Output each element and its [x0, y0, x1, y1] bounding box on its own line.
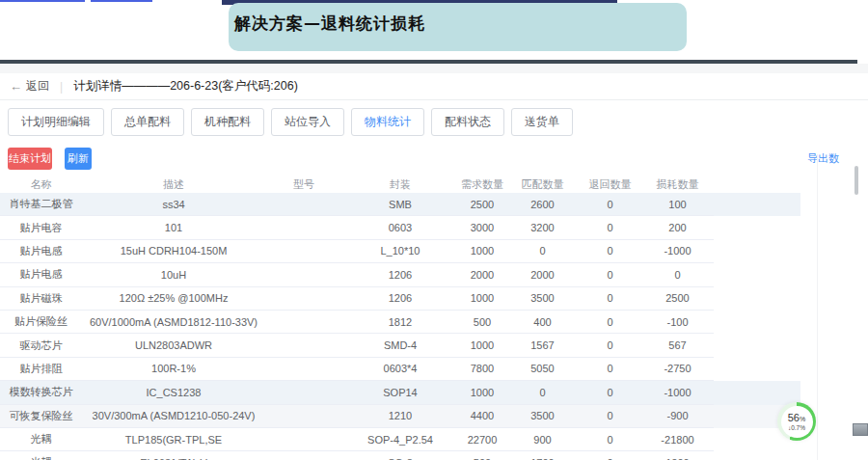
table-row[interactable]: 贴片保险丝60V/1000mA (ASMD1812-110-33V)181250…	[0, 311, 800, 334]
table-cell-matched: 3500	[506, 292, 579, 304]
export-data-link[interactable]: 导出数	[807, 151, 839, 166]
breadcrumb: ← 返回 | 计划详情————206-6-23(客户代码:206)	[0, 73, 868, 100]
tab-bar: 计划明细编辑总单配料机种配料站位导入物料统计配料状态送货单	[0, 100, 868, 141]
tab-item-0[interactable]: 计划明细编辑	[8, 108, 104, 136]
scrollbar-corner[interactable]	[853, 423, 868, 436]
table-cell-loss: -1000	[641, 245, 714, 257]
tab-item-2[interactable]: 机种配料	[191, 108, 264, 136]
column-header: 名称	[0, 177, 82, 192]
table-cell-package: 0603*4	[342, 363, 458, 374]
table-row[interactable]: 贴片电感15uH CDRH104-150ML_10*10100000-1000	[0, 240, 800, 263]
table-row[interactable]: 模数转换芯片IC_CS1238SOP14100000-1000	[0, 381, 800, 404]
table-cell-returned: 0	[579, 410, 641, 421]
table-cell-package: 1210	[342, 410, 458, 421]
table-cell-returned: 0	[579, 339, 641, 351]
table-row[interactable]: 驱动芯片ULN2803ADWRSMD-4100015670567	[0, 334, 800, 357]
table-cell-desc: TLP185(GR-TPL,SE	[82, 434, 265, 446]
table-cell-demand: 7800	[458, 363, 506, 374]
table-cell-returned: 0	[579, 316, 641, 328]
table-cell-desc: 120Ω ±25% @100MHz	[82, 292, 265, 304]
table-cell-package: L_10*10	[342, 245, 458, 257]
table-cell-demand: 1000	[458, 245, 506, 257]
table-cell-name: 贴片磁珠	[0, 291, 82, 306]
table-cell-package: 1206	[342, 292, 458, 304]
table-cell-name: 模数转换芯片	[0, 385, 82, 399]
table-cell-package: SMD-4	[342, 339, 458, 351]
table-row[interactable]: 肖特基二极管ss34SMB250026000100	[0, 193, 800, 216]
table-cell-matched: 900	[506, 434, 579, 446]
table-cell-name: 可恢复保险丝	[0, 409, 82, 423]
table-cell-returned: 0	[579, 222, 641, 233]
column-header: 损耗数量	[641, 177, 714, 192]
table-cell-name: 贴片电容	[0, 221, 82, 235]
table-cell-desc: 100R-1%	[82, 363, 265, 374]
table-cell-returned: 0	[579, 245, 641, 257]
table-row[interactable]: 贴片排阻100R-1%0603*4780050500-2750	[0, 358, 800, 381]
slide-title-box: 解决方案—退料统计损耗	[229, 3, 687, 51]
table-cell-package: 1206	[342, 269, 458, 281]
breadcrumb-separator: |	[60, 80, 63, 94]
table-cell-loss: -1000	[641, 387, 714, 398]
table-row[interactable]: 光耦TLP185(GR-TPL,SESOP-4_P2.54227009000-2…	[0, 428, 800, 451]
column-header: 需求数量	[458, 177, 506, 192]
refresh-button[interactable]: 刷新	[65, 148, 92, 170]
table-cell-matched: 400	[506, 316, 579, 328]
table-cell-desc: ss34	[82, 199, 265, 210]
table-cell-desc: 30V/300mA (ASMD1210-050-24V)	[82, 410, 265, 421]
column-header: 封装	[342, 177, 458, 192]
table-cell-desc: 60V/1000mA (ASMD1812-110-33V)	[82, 316, 265, 328]
table-cell-matched: 0	[506, 245, 579, 257]
table-cell-demand: 22700	[458, 434, 506, 446]
table-cell-demand: 2500	[458, 199, 506, 210]
column-header: 描述	[82, 177, 265, 192]
column-header: 退回数量	[579, 177, 641, 192]
table-cell-loss: 200	[641, 222, 714, 233]
table-cell-matched: 2000	[506, 269, 579, 281]
table-row[interactable]: 贴片磁珠120Ω ±25% @100MHz12061000350002500	[0, 287, 800, 311]
back-button[interactable]: 返回	[26, 78, 49, 95]
table-cell-name: 驱动芯片	[0, 338, 82, 353]
table-cell-demand: 1000	[458, 387, 506, 398]
table-cell-loss: -100	[641, 316, 714, 328]
table-cell-demand: 4400	[458, 410, 506, 421]
table-cell-package: 0603	[342, 222, 458, 233]
table-row[interactable]: 贴片电感10uH12062000200000	[0, 263, 800, 286]
table-cell-package: SOP14	[342, 387, 458, 398]
table-cell-package: SMB	[342, 199, 458, 210]
table-body: 肖特基二极管ss34SMB250026000100贴片电容10106033000…	[0, 193, 868, 460]
table-cell-name: 贴片排阻	[0, 362, 82, 376]
progress-inner: 56% ↓0.7%	[781, 406, 813, 438]
table-cell-name: 光耦	[0, 432, 82, 446]
tab-item-4[interactable]: 物料统计	[351, 108, 424, 136]
table-cell-desc: 101	[82, 222, 265, 233]
table-cell-returned: 0	[579, 434, 641, 446]
tab-item-6[interactable]: 送货单	[511, 108, 573, 136]
table-cell-matched: 2600	[506, 199, 579, 210]
table-cell-desc: 10uH	[82, 269, 265, 281]
tab-item-5[interactable]: 配料状态	[431, 108, 504, 136]
browser-top-line-left	[0, 0, 85, 2]
vertical-scrollbar[interactable]	[854, 166, 858, 195]
table-row[interactable]: 贴片电容1010603300032000200	[0, 216, 800, 239]
table-row[interactable]: 光耦EL0631(TA)-VSO-8500170001200	[0, 451, 800, 460]
table-cell-returned: 0	[579, 387, 641, 398]
slide-title: 解决方案—退料统计损耗	[234, 13, 687, 35]
end-plan-button[interactable]: 结束计划	[8, 148, 52, 170]
table-cell-demand: 3000	[458, 222, 506, 233]
tab-item-3[interactable]: 站位导入	[271, 108, 344, 136]
tab-item-1[interactable]: 总单配料	[111, 108, 184, 136]
table-cell-loss: -2750	[641, 363, 714, 374]
table-cell-demand: 1000	[458, 339, 506, 351]
content-right-border	[817, 154, 818, 460]
table-cell-name: 贴片电感	[0, 267, 82, 282]
table-cell-matched: 1567	[506, 339, 579, 351]
table-cell-loss: 2500	[641, 292, 714, 304]
table-cell-loss: 567	[641, 339, 714, 351]
table-cell-package: 1812	[342, 316, 458, 328]
table-row[interactable]: 可恢复保险丝30V/300mA (ASMD1210-050-24V)121044…	[0, 405, 800, 428]
table-cell-loss: 0	[641, 269, 714, 281]
toolbar: 结束计划 刷新 导出数	[0, 141, 868, 176]
back-arrow-icon[interactable]: ←	[10, 79, 22, 94]
table-cell-returned: 0	[579, 363, 641, 374]
progress-delta: ↓0.7%	[788, 424, 805, 431]
